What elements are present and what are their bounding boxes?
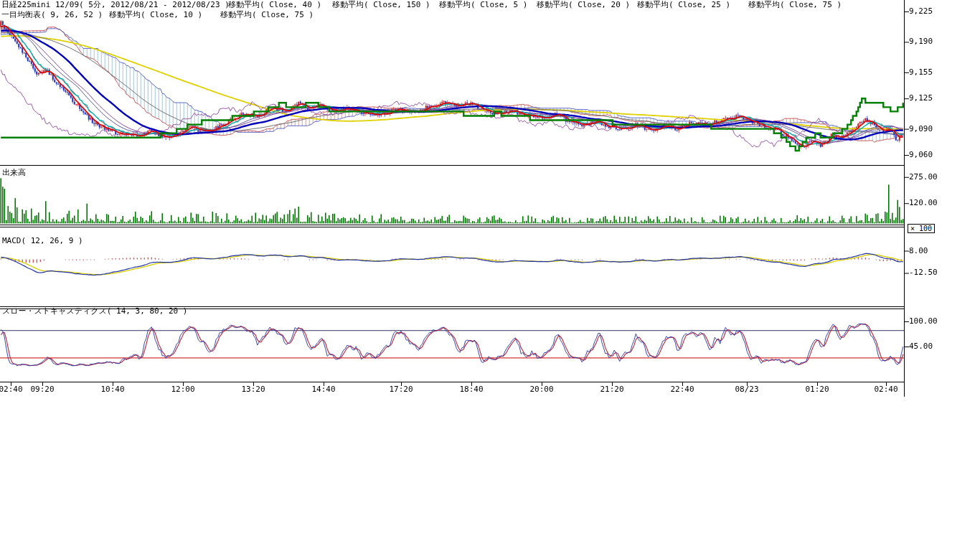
chart-canvas [0,0,980,551]
volume-unit-badge: × 100 [908,224,935,233]
stock-chart-app: 日経225mini 12/09( 5分, 2012/08/21 - 2012/0… [0,0,980,551]
